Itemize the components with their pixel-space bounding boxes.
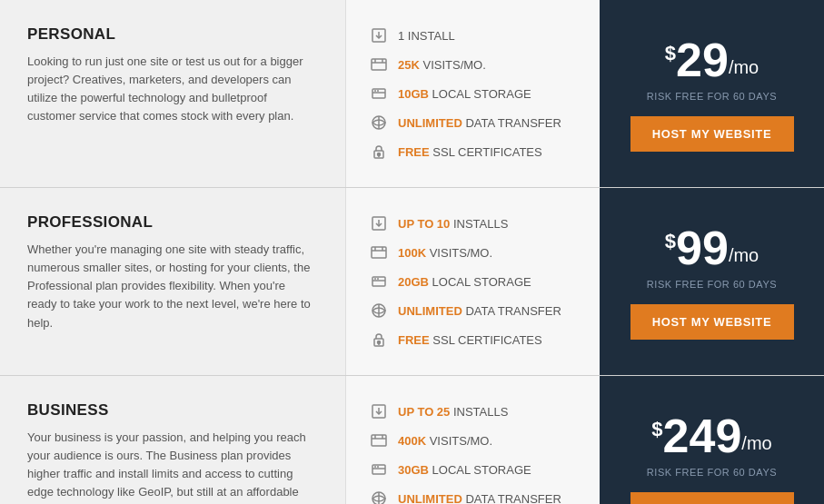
feature-highlight: 10GB	[398, 87, 432, 101]
feature-highlight: 20GB	[398, 275, 432, 289]
storage-icon	[369, 84, 389, 104]
feature-text: UNLIMITED DATA TRANSFER	[398, 492, 561, 505]
feature-text: 20GB LOCAL STORAGE	[398, 275, 531, 289]
ssl-icon	[369, 142, 389, 162]
price-dollar-sign: $	[651, 420, 662, 440]
plan-features-personal: 1 INSTALL 25K VISITS/MO. 10GB LOCAL STOR…	[345, 0, 600, 187]
feature-item: 30GB LOCAL STORAGE	[369, 460, 577, 479]
install-icon	[369, 401, 389, 421]
plan-row-business: BUSINESSYour business is your passion, a…	[0, 376, 824, 504]
risk-free-label: RISK FREE FOR 60 DAYS	[647, 279, 777, 290]
feature-item: 100K VISITS/MO.	[369, 242, 577, 262]
feature-highlight: 25K	[398, 58, 422, 72]
plan-pricing-professional: $99/moRISK FREE FOR 60 DAYSHOST MY WEBSI…	[600, 188, 824, 375]
feature-item: UNLIMITED DATA TRANSFER	[369, 489, 577, 504]
feature-item: UNLIMITED DATA TRANSFER	[369, 113, 577, 133]
feature-text: FREE SSL CERTIFICATES	[398, 333, 542, 347]
transfer-icon	[369, 113, 389, 133]
plan-description-personal: Looking to run just one site or test us …	[27, 53, 318, 126]
feature-item: 400K VISITS/MO.	[369, 430, 577, 450]
feature-item: FREE SSL CERTIFICATES	[369, 330, 577, 350]
svg-rect-21	[372, 277, 385, 286]
price-display: $249/mo	[651, 412, 771, 460]
host-button-business[interactable]: HOST MY WEBSITE	[630, 492, 794, 505]
plan-row-professional: PROFESSIONALWhether you're managing one …	[0, 188, 824, 376]
price-period: /mo	[729, 57, 759, 78]
svg-point-13	[378, 153, 381, 156]
svg-rect-36	[372, 465, 385, 474]
visits-icon	[369, 54, 389, 74]
feature-highlight: FREE	[398, 333, 432, 347]
plan-features-professional: UP TO 10 INSTALLS 100K VISITS/MO. 20GB L…	[345, 188, 600, 375]
feature-text: 30GB LOCAL STORAGE	[398, 463, 531, 477]
feature-highlight: UP TO 10	[398, 217, 453, 231]
ssl-icon	[369, 330, 389, 350]
price-dollar-sign: $	[665, 44, 676, 64]
plan-info-professional: PROFESSIONALWhether you're managing one …	[0, 188, 345, 375]
plan-row-personal: PERSONALLooking to run just one site or …	[0, 0, 824, 188]
feature-highlight: UP TO 25	[398, 405, 453, 419]
storage-icon	[369, 460, 389, 479]
visits-icon	[369, 430, 389, 450]
plan-features-business: UP TO 25 INSTALLS 400K VISITS/MO. 30GB L…	[345, 376, 600, 504]
feature-text: 400K VISITS/MO.	[398, 434, 492, 448]
svg-rect-2	[372, 59, 386, 70]
feature-highlight: 100K	[398, 246, 430, 260]
feature-highlight: 30GB	[398, 463, 432, 477]
feature-highlight: UNLIMITED	[398, 116, 465, 130]
feature-text: FREE SSL CERTIFICATES	[398, 145, 542, 159]
visits-icon	[369, 242, 389, 262]
plan-name-personal: PERSONAL	[27, 25, 318, 44]
plan-pricing-personal: $29/moRISK FREE FOR 60 DAYSHOST MY WEBSI…	[600, 0, 824, 187]
install-icon	[369, 25, 389, 45]
feature-highlight: UNLIMITED	[398, 304, 465, 318]
feature-item: UP TO 25 INSTALLS	[369, 401, 577, 421]
host-button-personal[interactable]: HOST MY WEBSITE	[630, 116, 794, 152]
price-period: /mo	[741, 433, 771, 454]
feature-text: 10GB LOCAL STORAGE	[398, 87, 531, 101]
plan-info-personal: PERSONALLooking to run just one site or …	[0, 0, 345, 187]
risk-free-label: RISK FREE FOR 60 DAYS	[647, 91, 777, 102]
feature-text: 1 INSTALL	[398, 29, 455, 43]
feature-item: 10GB LOCAL STORAGE	[369, 84, 577, 104]
feature-highlight: UNLIMITED	[398, 492, 465, 505]
plan-name-professional: PROFESSIONAL	[27, 213, 318, 232]
price-dollar-sign: $	[665, 232, 676, 252]
feature-highlight: 400K	[398, 434, 430, 448]
feature-item: UNLIMITED DATA TRANSFER	[369, 301, 577, 321]
feature-text: 25K VISITS/MO.	[398, 58, 486, 72]
price-period: /mo	[729, 245, 759, 266]
feature-item: 20GB LOCAL STORAGE	[369, 272, 577, 292]
feature-text: 100K VISITS/MO.	[398, 246, 492, 260]
host-button-professional[interactable]: HOST MY WEBSITE	[630, 304, 794, 340]
feature-item: UP TO 10 INSTALLS	[369, 213, 577, 233]
price-display: $99/mo	[665, 224, 759, 272]
svg-rect-17	[372, 247, 386, 258]
plan-pricing-business: $249/moRISK FREE FOR 60 DAYSHOST MY WEBS…	[600, 376, 824, 504]
feature-item: 25K VISITS/MO.	[369, 54, 577, 74]
feature-text: UP TO 25 INSTALLS	[398, 405, 508, 419]
feature-item: 1 INSTALL	[369, 25, 577, 45]
plan-description-business: Your business is your passion, and helpi…	[27, 429, 318, 504]
feature-highlight: FREE	[398, 145, 432, 159]
feature-text: UP TO 10 INSTALLS	[398, 217, 508, 231]
feature-item: FREE SSL CERTIFICATES	[369, 142, 577, 162]
svg-rect-32	[372, 435, 386, 446]
storage-icon	[369, 272, 389, 292]
plans-container: PERSONALLooking to run just one site or …	[0, 0, 824, 504]
price-display: $29/mo	[665, 36, 759, 84]
plan-info-business: BUSINESSYour business is your passion, a…	[0, 376, 345, 504]
risk-free-label: RISK FREE FOR 60 DAYS	[647, 467, 777, 478]
transfer-icon	[369, 301, 389, 321]
price-amount: 99	[676, 224, 729, 272]
svg-rect-6	[372, 89, 385, 98]
price-amount: 249	[663, 412, 742, 460]
price-amount: 29	[676, 36, 729, 84]
svg-point-28	[378, 341, 381, 344]
install-icon	[369, 213, 389, 233]
feature-text: UNLIMITED DATA TRANSFER	[398, 116, 561, 130]
feature-text: UNLIMITED DATA TRANSFER	[398, 304, 561, 318]
plan-description-professional: Whether you're managing one site with st…	[27, 241, 318, 332]
plan-name-business: BUSINESS	[27, 401, 318, 420]
transfer-icon	[369, 489, 389, 504]
